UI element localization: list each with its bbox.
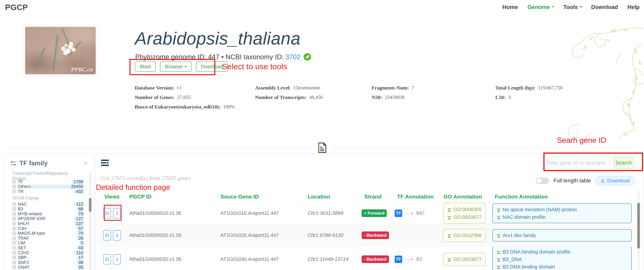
stat-value: 100% [223,104,235,110]
filter-item-gnat[interactable]: GNAT33 [12,265,83,270]
cell-pgcp-id: Atha01G0000030.v1.36 [124,246,216,270]
detail-view-button[interactable]: D [103,254,111,264]
seedling-icon [496,233,501,237]
download-icon [600,178,605,183]
jbrowse-view-button[interactable]: J [113,230,121,240]
jbrowse-view-button[interactable]: J [113,254,121,264]
filter-item-mads-m-type[interactable]: MADS-M-type70 [12,231,83,236]
collapse-chevron-icon[interactable] [84,162,88,166]
filter-list: Transcript Factor/Regulatory ProteinTF17… [12,171,83,270]
tf-target-text: --> NAC [405,210,425,216]
cell-views: DJ [100,202,124,224]
tool-button-blast[interactable]: Blast [135,62,156,72]
function-annotation-item: Arv1-like family [496,232,628,239]
cell-tf-annotation: TF--> NAC [392,202,439,224]
table-scrollbar-thumb[interactable] [637,203,640,248]
filter-item-nac[interactable]: NAC112 [12,202,83,207]
nav-item-genome[interactable]: Genome [528,4,554,10]
filter-item-label: MYB-related [18,211,42,216]
nav-item-help[interactable]: Help [627,4,640,10]
go-term-link[interactable]: GO:0003677 [447,255,482,263]
filter-item-traf[interactable]: TRAF26 [12,236,83,241]
table-header-row: ViewsPGCP IDSouce Gene IDLocationStrandT… [100,191,636,202]
cell-location: Chr1:6788-9130 [303,224,360,246]
menu-unfold-icon[interactable] [101,160,109,166]
search-input[interactable] [542,157,610,169]
filter-item-label: TR [18,189,24,194]
go-term-link[interactable]: GO:0006355 [447,205,482,213]
chevron-down-icon [552,5,554,8]
stat-value: 23459830 [385,94,404,100]
filter-item-count: 68 [78,206,83,211]
cell-pgcp-id: Atha01G0000010.v1.36 [124,202,216,224]
search-button[interactable]: Search [613,157,634,169]
results-summary: Got 27655 record(s) from 27655 genes [101,175,190,181]
check-circle-icon [12,241,16,245]
function-text: B3 DNA binding domain [503,263,555,270]
filter-item-count: 17 [78,255,83,260]
detail-view-button[interactable]: D [103,230,111,240]
filter-item-b3[interactable]: B368 [12,206,83,211]
toggle-knob [536,178,542,183]
tool-button-browser[interactable]: Browser▾ [160,62,192,72]
filter-item-snf2[interactable]: SNF239 [12,260,83,265]
filter-item-label: SNF2 [18,260,29,265]
filter-item-set[interactable]: SET43 [12,245,83,250]
filter-item-count: 39 [78,260,83,265]
tools-annotation-note: Select to use tools [222,62,287,71]
filter-item-count: 127 [76,216,83,221]
filter-item-tf[interactable]: TF1768 [12,179,83,184]
filter-item-tr[interactable]: TR432 [12,189,83,194]
vine-decoration [540,24,643,144]
filter-item-ap2-erf-erf[interactable]: AP2/ERF-ERF127 [12,216,83,221]
check-circle-icon [12,185,16,188]
filter-item-label: bHLH [18,221,29,226]
stat-label: N50: [372,94,382,100]
app-logo[interactable]: PGCP [5,3,28,12]
sidebar-scrollbar-thumb[interactable] [89,198,92,212]
filter-item-c2h2[interactable]: C2H2110 [12,250,83,255]
filter-item-others[interactable]: Others25455 [12,184,83,189]
check-circle-icon [12,246,16,250]
check-circle-icon [12,180,16,184]
taxonomy-id-link[interactable]: 3702 [285,53,300,61]
sidebar-scrollbar-track[interactable] [89,171,92,270]
filter-item-sbp[interactable]: SBP17 [12,255,83,260]
stat-assembly-level: Assembly Level:Chromosome [255,85,320,91]
filter-item-label: SET [18,245,26,250]
function-annotation-item: NAC domain profile. [496,213,628,221]
function-annotation-box: Arv1-like family [492,229,632,241]
seedling-icon [496,250,501,254]
go-term-link[interactable]: GO:0032366 [447,231,482,239]
stat-busco-of-eukaryote-eukaryota-odb10: Busco of Eukaryote(eukaryota_odb10):100% [135,104,235,110]
go-term-id: GO:0032366 [453,231,482,239]
column-header-tf-annotation: TF Annotation [392,191,439,202]
check-circle-icon [12,212,16,216]
function-text: Arv1-like family [503,232,536,239]
function-annotation-box: B3 DNA-binding domain profile.B3_DNAB3 D… [492,246,632,270]
filter-item-lim[interactable]: LIM5 [12,241,83,245]
stat-label: Number of Genes: [135,94,174,100]
filter-item-myb-related[interactable]: MYB-related79 [12,211,83,216]
cell-function-annotation: No apical meristem (NAM) proteinNAC doma… [490,202,636,224]
filter-item-c3h[interactable]: C3H57 [12,226,83,231]
full-length-toggle[interactable] [536,177,549,184]
stat-number-of-transcripts: Number of Transcripts:48,456 [255,94,323,100]
table-download-button[interactable]: Download [595,176,635,185]
nav-item-home[interactable]: Home [502,4,518,10]
pgcp-id-text: Atha01G0000030.v1.36 [129,256,181,262]
filter-item-label: AP2/ERF-ERF [18,216,46,221]
filter-item-count: 25455 [71,184,83,189]
filter-item-bhlh[interactable]: bHLH137 [12,221,83,226]
filter-item-label: C2H2 [18,250,29,255]
nav-item-download[interactable]: Download [591,4,618,10]
filter-item-count: 43 [78,245,83,250]
nav-item-tools[interactable]: Tools [563,4,582,10]
strand-badge: - Backward [362,255,389,263]
cell-source-gene-id: AT1G01030.Araport11.447 [216,246,303,270]
detail-view-button[interactable]: D [103,208,111,218]
jbrowse-view-button[interactable]: J [113,208,121,218]
nav-item-label: Download [591,4,618,10]
filter-group-label: TF/TR Family [12,195,83,202]
go-term-link[interactable]: GO:0003677 [447,213,482,221]
